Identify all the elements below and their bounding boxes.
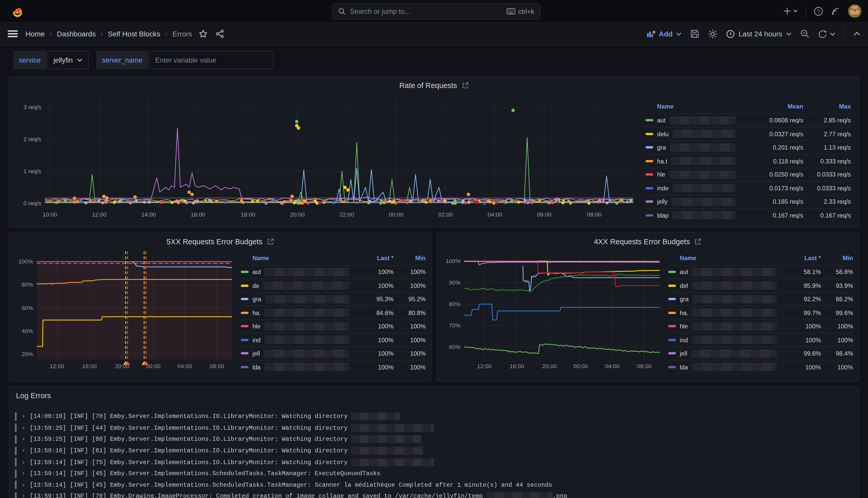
variable-server-name-input[interactable]: Enter variable value: [149, 51, 274, 69]
svg-text:1 req/s: 1 req/s: [24, 168, 41, 174]
legend-row[interactable]: jelly0.185 req/s2.33 req/s: [645, 195, 851, 208]
legend-row[interactable]: gra0.201 req/s1.13 req/s: [645, 140, 851, 154]
legend-row[interactable]: jell99.6%98.4%: [668, 346, 853, 360]
variable-service-select[interactable]: jellyfin: [48, 51, 89, 69]
svg-text:90%: 90%: [449, 279, 460, 286]
legend-row[interactable]: ldap0.167 req/s0.167 req/s: [645, 208, 851, 222]
clock-icon: [726, 29, 735, 38]
panel-rate-header[interactable]: Rate of Requests: [10, 77, 859, 91]
legend-row[interactable]: lda100%100%: [668, 360, 853, 374]
save-dashboard-button[interactable]: [691, 29, 699, 38]
legend-row[interactable]: hle100%100%: [241, 319, 426, 333]
series-color-chip: [645, 146, 653, 148]
rate-chart-plot[interactable]: 10:0012:0014:0016:0018:0020:0022:0000:00…: [14, 92, 640, 222]
legend-col[interactable]: Max: [803, 103, 851, 110]
dashboard-settings-button[interactable]: [708, 29, 718, 39]
redacted-text: [692, 322, 777, 330]
legend-row[interactable]: lda100%100%: [241, 360, 426, 374]
series-name: del: [668, 281, 782, 290]
legend-row[interactable]: gra95.3%95.2%: [241, 292, 426, 305]
4xx-chart-plot[interactable]: 12:0016:0020:0000:0004:0008:00100%90%80%…: [441, 248, 663, 375]
redacted-text: [692, 268, 777, 276]
legend-col[interactable]: Min: [393, 255, 426, 261]
svg-text:00:00: 00:00: [146, 363, 161, 369]
legend-value: 100%: [355, 282, 393, 289]
panel-5xx-header[interactable]: 5XX Requests Error Budgets: [10, 233, 431, 247]
external-link-icon[interactable]: [267, 238, 274, 245]
zoom-out-time-button[interactable]: [801, 29, 810, 38]
series-name: gra: [241, 295, 355, 303]
legend-row[interactable]: gra92.2%86.2%: [668, 292, 853, 305]
svg-text:22:00: 22:00: [339, 211, 354, 218]
add-button[interactable]: Add: [646, 29, 682, 38]
legend-col[interactable]: Mean: [741, 103, 803, 110]
collapse-bar-icon[interactable]: [854, 31, 860, 36]
log-row[interactable]: ›[13:59:25] [INF] [80] Emby.Server.Imple…: [15, 434, 853, 445]
legend-col[interactable]: Last *: [782, 255, 821, 261]
time-range-picker[interactable]: Last 24 hours: [726, 29, 791, 38]
expand-log-icon[interactable]: ›: [22, 482, 25, 488]
5xx-chart-plot[interactable]: 12:0016:0020:0000:0004:0008:00100%80%60%…: [14, 248, 235, 375]
expand-log-icon[interactable]: ›: [22, 413, 25, 420]
legend-row[interactable]: ind100%100%: [241, 333, 426, 346]
expand-log-icon[interactable]: ›: [22, 447, 25, 454]
panel-4xx-header[interactable]: 4XX Requests Error Budgets: [437, 233, 859, 247]
legend-row[interactable]: del95.9%93.9%: [668, 279, 853, 292]
breadcrumb-item[interactable]: Dashboards: [57, 29, 96, 38]
legend-row[interactable]: ind100%100%: [668, 333, 853, 346]
legend-value: 0.185 req/s: [741, 198, 803, 205]
series-name: ind: [241, 336, 355, 344]
breadcrumb-item[interactable]: Self Host Blocks: [108, 29, 160, 38]
legend-row[interactable]: aut100%100%: [241, 265, 426, 279]
legend-row[interactable]: hle100%100%: [668, 319, 853, 333]
log-row[interactable]: ›[13:59:14] [INF] [45] Emby.Server.Imple…: [15, 479, 853, 490]
log-row[interactable]: ›[13:59:14] [INF] [45] Emby.Server.Imple…: [15, 468, 853, 479]
news-icon[interactable]: [831, 6, 840, 16]
legend-col[interactable]: Min: [821, 255, 853, 261]
log-row[interactable]: ›[13:59:16] [INF] [61] Emby.Server.Imple…: [15, 445, 853, 456]
log-row[interactable]: ›[13:59:25] [INF] [44] Emby.Server.Imple…: [15, 422, 853, 434]
legend-row[interactable]: de100%100%: [241, 279, 426, 292]
legend-row[interactable]: inde0.0173 req/s0.0333 req/s: [645, 181, 851, 195]
log-level-bar: [15, 412, 16, 420]
legend-row[interactable]: aut58.1%56.8%: [668, 265, 853, 279]
panel-logs-header[interactable]: Log Errors: [10, 386, 859, 401]
legend-row[interactable]: jell100%100%: [241, 346, 426, 360]
help-button[interactable]: ?: [814, 6, 823, 16]
user-avatar[interactable]: [848, 4, 861, 18]
log-row[interactable]: ›[13:59:13] [INF] [70] Emby.Drawing.Imag…: [15, 491, 853, 498]
expand-log-icon[interactable]: ›: [22, 493, 25, 498]
legend-col-name[interactable]: Name: [668, 255, 782, 261]
add-panel-icon: [646, 30, 656, 38]
legend-row[interactable]: aut0.0608 req/s2.85 req/s: [645, 113, 851, 127]
menu-toggle-icon[interactable]: [8, 30, 18, 38]
legend-row[interactable]: ha.99.7%99.6%: [668, 305, 853, 319]
legend-col-name[interactable]: Name: [645, 103, 741, 110]
legend-row[interactable]: ha.84.6%80.8%: [241, 305, 426, 319]
legend-row[interactable]: ha.t0.118 req/s0.333 req/s: [645, 154, 851, 168]
share-icon[interactable]: [215, 29, 224, 38]
external-link-icon[interactable]: [694, 238, 702, 245]
legend-value: 100%: [821, 364, 853, 370]
log-list: ›[14:00:10] [INF] [70] Emby.Server.Imple…: [10, 409, 859, 498]
legend-col-name[interactable]: Name: [241, 255, 355, 261]
external-link-icon[interactable]: [462, 82, 469, 89]
breadcrumb-item[interactable]: Home: [25, 29, 45, 38]
grafana-logo-icon[interactable]: [9, 4, 23, 18]
redacted-text: [351, 435, 421, 443]
expand-log-icon[interactable]: ›: [22, 424, 25, 431]
expand-log-icon[interactable]: ›: [22, 470, 25, 477]
log-row[interactable]: ›[14:00:10] [INF] [70] Emby.Server.Imple…: [15, 411, 853, 422]
new-button[interactable]: [783, 7, 798, 15]
series-name: delu: [645, 130, 741, 138]
favorite-star-icon[interactable]: [199, 29, 208, 38]
legend-row[interactable]: delu0.0327 req/s2.77 req/s: [645, 127, 851, 140]
legend-col[interactable]: Last *: [355, 255, 393, 261]
refresh-button[interactable]: [818, 29, 836, 38]
variable-server-name-placeholder: Enter variable value: [155, 56, 216, 64]
expand-log-icon[interactable]: ›: [22, 436, 25, 443]
expand-log-icon[interactable]: ›: [22, 459, 25, 466]
log-row[interactable]: ›[13:59:14] [INF] [75] Emby.Server.Imple…: [15, 456, 853, 468]
legend-row[interactable]: hle0.0250 req/s0.0333 req/s: [645, 168, 851, 181]
search-input[interactable]: Search or jump to... ctrl+k: [332, 3, 540, 19]
